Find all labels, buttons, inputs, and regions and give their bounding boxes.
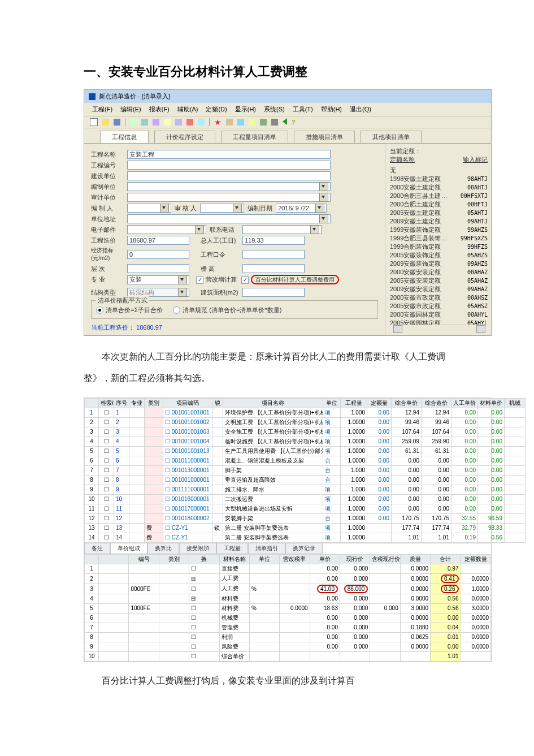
- input-construction-unit[interactable]: [127, 171, 331, 180]
- chevron-down-icon[interactable]: [315, 204, 324, 213]
- input-project-no[interactable]: [127, 161, 331, 170]
- quota-row[interactable]: 2000合肥土建定额00HFTJ: [390, 200, 488, 209]
- input-password[interactable]: [242, 250, 305, 259]
- menu-tools[interactable]: 工具(T): [293, 105, 313, 114]
- table-row[interactable]: 4⊟材料费0.000.0000.00000.560.0000: [85, 594, 491, 603]
- col-header[interactable]: 专业: [129, 398, 145, 408]
- quota-row[interactable]: 2000安徽园林定额00AHYL: [390, 310, 488, 319]
- table-row[interactable]: 8☐8☐ 001001000001垂直运输及超高降效台1.0000.000.00…: [85, 475, 526, 485]
- table-row[interactable]: 4☐4☐ 001001001004临时设施费 【(人工基价(分部分项)+机械…项…: [85, 437, 526, 446]
- select-compiler[interactable]: [127, 204, 171, 213]
- cut-icon[interactable]: [141, 119, 148, 126]
- toolbar[interactable]: ★ ?: [84, 116, 491, 128]
- col-header[interactable]: 单价: [310, 554, 340, 564]
- subtab[interactable]: 清单指引: [248, 543, 285, 554]
- view-icon[interactable]: [237, 119, 244, 126]
- table-row[interactable]: 6☐机械费0.000.0000.00000.000.0000: [85, 613, 491, 623]
- select-audit-unit[interactable]: [127, 193, 331, 202]
- quota-col-code[interactable]: 输入标记: [463, 155, 488, 164]
- date-compile-date[interactable]: 2016/ 9 /22: [276, 204, 327, 213]
- col-header[interactable]: 定额数量: [461, 554, 491, 564]
- quota-row[interactable]: 无: [390, 166, 488, 175]
- table-row[interactable]: 1☐直接费0.000.0000.00000.97: [85, 564, 491, 573]
- table-row[interactable]: 9☐9☐ 001111000001施工排水、降水项1.0000.000.000.…: [85, 485, 526, 494]
- quota-row[interactable]: 1999安徽装饰定额99AHZS: [390, 226, 488, 234]
- col-header[interactable]: 综合造价: [422, 398, 451, 408]
- col-header[interactable]: 质量: [400, 554, 430, 564]
- select-reviewer[interactable]: [200, 204, 244, 213]
- table-row[interactable]: 14☐14费☐ CZ-Y1第二册 安装脚手架费选表项1.00001.011.01…: [85, 533, 526, 542]
- table-row[interactable]: 6☐6☐ 001011000001混凝土、钢筋混凝土模板及支架台1.00000.…: [85, 456, 526, 465]
- quota-row[interactable]: 1999合肥装饰定额99HFZS: [390, 243, 488, 251]
- quota-row[interactable]: 2005安徽市政定额05AHSZ: [390, 302, 488, 310]
- quota-list[interactable]: 无1998安徽土建定额98AHTJ2000安徽土建定额00AHTJ2000合肥三…: [390, 166, 488, 325]
- col-header[interactable]: 检索缩: [99, 398, 114, 408]
- chevron-down-icon[interactable]: [178, 275, 187, 284]
- tab-measure-items[interactable]: 措施项目清单: [294, 131, 355, 143]
- col-header[interactable]: 换: [189, 554, 219, 564]
- delete-icon[interactable]: [186, 119, 193, 126]
- table-row[interactable]: 2⊟人工费0.000.0000.00000.410.0000: [85, 573, 491, 584]
- menu-quota[interactable]: 定额(D): [206, 105, 227, 114]
- menu-help[interactable]: 帮助(H): [321, 105, 342, 114]
- table-row[interactable]: 2☐2☐ 001001001002文明施工费 【(人工基价(分部分项)+机械…项…: [85, 417, 526, 427]
- col-header[interactable]: 综合单价: [392, 398, 422, 408]
- select-structure-type[interactable]: 砖混结构: [127, 288, 189, 297]
- tab-pricing-program[interactable]: 计价程序设定: [154, 131, 215, 143]
- main-tabs[interactable]: 工程信息 计价程序设定 工程量项目清单 措施项目清单 其他项目清单: [84, 128, 491, 144]
- select-tel[interactable]: [242, 225, 322, 234]
- col-header[interactable]: 机械: [505, 398, 526, 408]
- scroll-right-icon[interactable]: [476, 325, 485, 333]
- menu-report[interactable]: 报表(F): [149, 105, 170, 114]
- col-header[interactable]: 项目编码: [163, 398, 212, 408]
- menu-exit[interactable]: 退出(Q): [350, 105, 371, 114]
- col-header[interactable]: 锁: [212, 398, 223, 408]
- tool-icon[interactable]: [260, 119, 267, 126]
- quota-row[interactable]: 2000安徽安装定额00AHAZ: [390, 268, 488, 277]
- col-header[interactable]: 工程量: [341, 398, 367, 408]
- menubar[interactable]: 工程(F) 编辑(E) 报表(F) 辅助(A) 定额(D) 显示(H) 系统(S…: [84, 103, 491, 116]
- quota-row[interactable]: 2005安徽装饰定额05AHZS: [390, 251, 488, 260]
- col-header[interactable]: [99, 554, 129, 564]
- col-header[interactable]: 类别: [145, 398, 163, 408]
- input-total-price[interactable]: 18680.97: [127, 236, 189, 245]
- radio-standard[interactable]: [173, 306, 180, 314]
- menu-display[interactable]: 显示(H): [235, 105, 256, 114]
- quota-row[interactable]: 2009安徽土建定额09AHTJ: [390, 217, 488, 226]
- table-row[interactable]: 13☐13费☐ CZ-Y1锁第二册 安装脚手架费选表项1.0000177.741…: [85, 523, 526, 533]
- table-row[interactable]: 11☐11☐ 001017000001大型机械设备进出场及安拆项1.00000.…: [85, 504, 526, 513]
- save-icon[interactable]: [114, 119, 120, 126]
- quota-row[interactable]: 2009安徽安装定额09AHAZ: [390, 285, 488, 293]
- subtab[interactable]: 单价组成: [110, 543, 147, 554]
- menu-system[interactable]: 系统(S): [264, 105, 285, 114]
- table-row[interactable]: 30000FE☐人工费%41.0088.0000.00000.261.0000: [85, 584, 491, 594]
- col-header[interactable]: 材料名称: [219, 554, 249, 564]
- back-icon[interactable]: [283, 118, 287, 126]
- new-icon[interactable]: [90, 118, 98, 126]
- tab-boq-items[interactable]: 工程量项目清单: [221, 131, 288, 143]
- select-specialty[interactable]: 安装: [127, 275, 189, 284]
- col-header[interactable]: 现行价: [340, 554, 370, 564]
- detail-grid[interactable]: 编号类别换材料名称单位营改税率单价现行价含税现行价质量合计定额数量 1☐直接费0…: [84, 554, 491, 662]
- radio-sum-subitems[interactable]: [96, 306, 103, 314]
- quota-row[interactable]: 1999合肥三县装饰…99HFSXZS: [390, 234, 488, 243]
- select-address[interactable]: [127, 214, 331, 223]
- scrollbar[interactable]: [390, 325, 488, 333]
- subtab[interactable]: 换算记录: [285, 543, 323, 554]
- chevron-down-icon[interactable]: [319, 182, 328, 191]
- table-row[interactable]: 10☐10☐ 001016000001二次搬运费项1.00000.000.000…: [85, 494, 526, 504]
- table-row[interactable]: 7☐管理费0.000.0000.18800.040.0000: [85, 623, 491, 632]
- checkbox-percent-labor[interactable]: ✓: [241, 277, 249, 284]
- chevron-down-icon[interactable]: [233, 204, 242, 213]
- quota-row[interactable]: 2000安徽市政定额00AHSZ: [390, 293, 488, 302]
- col-header[interactable]: 人工单价: [451, 398, 478, 408]
- chevron-down-icon[interactable]: [195, 225, 204, 234]
- menu-edit[interactable]: 编辑(E): [120, 105, 141, 114]
- col-header[interactable]: 合计: [431, 554, 461, 564]
- col-header[interactable]: 单位: [249, 554, 279, 564]
- redo-icon[interactable]: [175, 119, 182, 126]
- input-eaves-height[interactable]: [242, 264, 305, 273]
- table-row[interactable]: 1☐1☐ 001001001001环境保护费 【(人工基价(分部分项)+机械…项…: [85, 408, 526, 417]
- scroll-left-icon[interactable]: [393, 325, 402, 333]
- star-icon[interactable]: ★: [214, 119, 222, 126]
